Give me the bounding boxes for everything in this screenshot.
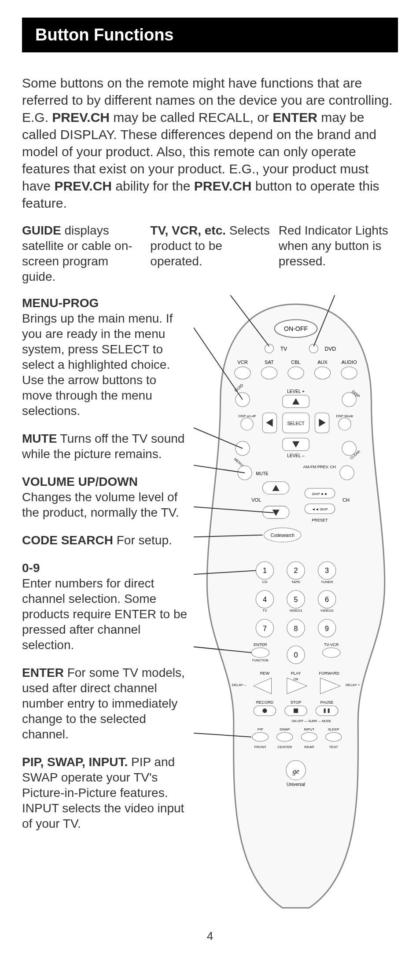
pause-button[interactable] xyxy=(316,706,338,716)
desc-codesearch: CODE SEARCH For setup. xyxy=(22,532,189,548)
svg-text:INPUT: INPUT xyxy=(304,727,314,731)
svg-text:PLAY: PLAY xyxy=(291,671,301,675)
svg-text:1: 1 xyxy=(263,566,267,574)
dsp-onoff-button[interactable] xyxy=(241,418,253,430)
top-columns: GUIDE displays satellite or cable on-scr… xyxy=(22,223,398,284)
audio-button[interactable] xyxy=(341,367,357,379)
svg-text:MUTE: MUTE xyxy=(256,471,269,476)
mute-button[interactable] xyxy=(238,466,252,480)
prevch-button[interactable] xyxy=(340,466,354,480)
desc-enter: ENTER For some TV models, used after dir… xyxy=(22,665,189,742)
svg-text:VCR: VCR xyxy=(237,360,247,365)
desc-numbers: 0-9Enter numbers for direct channel sele… xyxy=(22,560,189,653)
svg-text:FUNCTION: FUNCTION xyxy=(252,659,268,662)
svg-text:ENTER: ENTER xyxy=(254,642,267,647)
svg-text:9: 9 xyxy=(325,624,329,632)
svg-rect-62 xyxy=(328,708,330,713)
sleep-button[interactable] xyxy=(326,733,342,741)
svg-text:REAR: REAR xyxy=(304,745,314,749)
pip-button[interactable] xyxy=(252,733,268,741)
svg-text:VIDEO2: VIDEO2 xyxy=(321,609,334,613)
svg-text:3: 3 xyxy=(325,566,329,574)
svg-text:PIP: PIP xyxy=(258,727,263,731)
svg-text:◄◄ SKIP: ◄◄ SKIP xyxy=(312,507,328,511)
svg-text:ON-OFF: ON-OFF xyxy=(284,325,308,332)
svg-text:5: 5 xyxy=(294,595,298,603)
svg-text:RECORD: RECORD xyxy=(256,700,274,705)
svg-text:SELECT: SELECT xyxy=(287,421,304,426)
svg-text:TV-VCR: TV-VCR xyxy=(324,642,339,647)
svg-text:TAPE: TAPE xyxy=(291,580,301,584)
svg-text:0: 0 xyxy=(294,651,298,659)
svg-text:7: 7 xyxy=(263,624,267,632)
remote-diagram: ON-OFF TV DVD VCR SAT CBL AUX AUDIO xyxy=(194,295,398,925)
svg-text:DSP on.off: DSP on.off xyxy=(239,414,256,418)
svg-text:TEST: TEST xyxy=(329,745,338,749)
svg-text:CD: CD xyxy=(262,580,268,584)
svg-text:PRESET: PRESET xyxy=(312,518,328,522)
svg-text:DELAY –: DELAY – xyxy=(232,683,247,687)
svg-text:SAT: SAT xyxy=(265,360,274,365)
svg-text:FORWARD: FORWARD xyxy=(319,671,339,675)
svg-text:CBL: CBL xyxy=(291,360,301,365)
desc-menu: MENU-PROGBrings up the main menu. If you… xyxy=(22,295,189,418)
svg-text:CENTER: CENTER xyxy=(277,745,292,749)
col-guide: GUIDE displays satellite or cable on-scr… xyxy=(22,223,141,284)
svg-text:8: 8 xyxy=(294,624,298,632)
svg-text:Universal: Universal xyxy=(287,782,305,787)
svg-text:DSP Mode: DSP Mode xyxy=(336,414,354,418)
svg-text:CH: CH xyxy=(343,497,350,503)
section-title: Button Functions xyxy=(22,18,398,52)
svg-text:TV: TV xyxy=(262,609,267,613)
svg-text:SKIP ►►: SKIP ►► xyxy=(312,492,328,496)
svg-rect-59 xyxy=(294,708,298,713)
intro-paragraph: Some buttons on the remote might have fu… xyxy=(22,74,398,212)
cbl-button[interactable] xyxy=(288,367,304,379)
svg-text:4: 4 xyxy=(263,595,267,603)
desc-mute: MUTE Turns off the TV sound while the pi… xyxy=(22,431,189,462)
svg-text:DVD: DVD xyxy=(325,346,336,352)
input-button[interactable] xyxy=(301,733,317,741)
svg-text:STOP: STOP xyxy=(291,700,302,705)
svg-text:LEVEL +: LEVEL + xyxy=(287,389,305,394)
col-tvvcr: TV, VCR, etc. Selects product to be oper… xyxy=(150,223,269,284)
svg-text:PAUSE: PAUSE xyxy=(321,700,334,705)
tvvcr-button[interactable] xyxy=(323,648,340,657)
svg-text:SWAP: SWAP xyxy=(280,727,290,731)
aux-button[interactable] xyxy=(314,367,330,379)
svg-text:ge: ge xyxy=(292,767,299,775)
svg-text:AUDIO: AUDIO xyxy=(341,360,357,365)
svg-text:VIDEO1: VIDEO1 xyxy=(289,609,302,613)
svg-text:6: 6 xyxy=(325,595,329,603)
sat-button[interactable] xyxy=(261,367,277,379)
svg-text:AUX: AUX xyxy=(317,360,328,365)
swap-button[interactable] xyxy=(277,733,293,741)
svg-text:REW: REW xyxy=(260,671,270,675)
svg-text:VOL: VOL xyxy=(251,497,261,503)
svg-text:ON-OFF — SURR — MODE: ON-OFF — SURR — MODE xyxy=(291,719,331,723)
svg-text:2: 2 xyxy=(294,566,298,574)
svg-text:Codesearch: Codesearch xyxy=(271,533,295,538)
vcr-button[interactable] xyxy=(235,367,251,379)
page-number: 4 xyxy=(22,929,398,943)
svg-text:TUNER: TUNER xyxy=(321,580,333,584)
svg-text:TV: TV xyxy=(280,346,287,352)
svg-text:FRONT: FRONT xyxy=(254,745,266,749)
dsp-mode-button[interactable] xyxy=(339,418,351,430)
svg-text:DELAY +: DELAY + xyxy=(346,683,360,687)
svg-text:AM-FM PREV. CH: AM-FM PREV. CH xyxy=(303,465,336,469)
svg-text:SLEEP: SLEEP xyxy=(328,727,339,731)
desc-vol: VOLUME UP/DOWNChanges the volume level o… xyxy=(22,474,189,520)
svg-text:LEVEL –: LEVEL – xyxy=(287,453,305,458)
svg-text:ON: ON xyxy=(294,678,298,681)
svg-point-57 xyxy=(262,708,267,713)
svg-rect-61 xyxy=(324,708,326,713)
tv-led xyxy=(265,344,273,353)
col-redled: Red Indicator Lights when any button is … xyxy=(279,223,398,284)
desc-pip: PIP, SWAP, INPUT. PIP and SWAP operate y… xyxy=(22,754,189,831)
enter-button[interactable] xyxy=(251,648,269,657)
